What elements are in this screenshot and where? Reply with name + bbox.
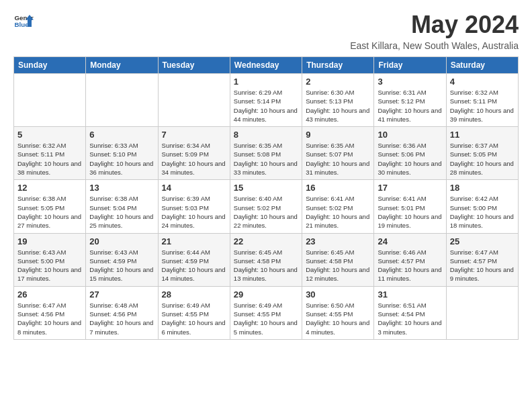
sunrise-text: Sunrise: 6:47 AM: [17, 302, 66, 309]
col-friday: Friday: [374, 57, 446, 74]
day-info: Sunrise: 6:34 AMSunset: 5:09 PMDaylight:…: [162, 141, 226, 177]
table-row: 30Sunrise: 6:50 AMSunset: 4:55 PMDayligh…: [302, 286, 374, 339]
sunrise-text: Sunrise: 6:45 AM: [306, 248, 354, 256]
day-number: 20: [89, 236, 154, 246]
sunset-text: Sunset: 4:54 PM: [378, 310, 425, 318]
table-row: 7Sunrise: 6:34 AMSunset: 5:09 PMDaylight…: [158, 127, 230, 180]
day-number: 12: [17, 183, 82, 193]
sunset-text: Sunset: 5:05 PM: [17, 204, 64, 212]
table-row: 23Sunrise: 6:45 AMSunset: 4:58 PMDayligh…: [302, 233, 374, 286]
daylight-text: Daylight: 10 hours and 7 minutes.: [89, 319, 153, 335]
daylight-text: Daylight: 10 hours and 19 minutes.: [378, 213, 441, 229]
daylight-text: Daylight: 10 hours and 34 minutes.: [162, 160, 226, 176]
sunrise-text: Sunrise: 6:44 AM: [162, 248, 210, 256]
sunset-text: Sunset: 4:56 PM: [17, 310, 64, 318]
day-info: Sunrise: 6:40 AMSunset: 5:02 PMDaylight:…: [234, 194, 298, 230]
sunset-text: Sunset: 5:10 PM: [89, 150, 136, 158]
calendar-week-row: 26Sunrise: 6:47 AMSunset: 4:56 PMDayligh…: [14, 286, 519, 339]
table-row: 1Sunrise: 6:29 AMSunset: 5:14 PMDaylight…: [230, 74, 302, 127]
col-wednesday: Wednesday: [230, 57, 302, 74]
day-number: 27: [89, 289, 154, 300]
sunset-text: Sunset: 5:14 PM: [234, 97, 281, 105]
sunrise-text: Sunrise: 6:49 AM: [162, 302, 210, 309]
sunset-text: Sunset: 5:00 PM: [450, 204, 497, 212]
daylight-text: Daylight: 10 hours and 5 minutes.: [234, 319, 298, 335]
day-number: 5: [17, 130, 82, 140]
day-number: 30: [306, 289, 370, 300]
day-number: 10: [378, 130, 442, 140]
table-row: 31Sunrise: 6:51 AMSunset: 4:54 PMDayligh…: [374, 286, 446, 339]
day-info: Sunrise: 6:30 AMSunset: 5:13 PMDaylight:…: [306, 88, 370, 124]
svg-text:Blue: Blue: [15, 21, 30, 28]
table-row: 18Sunrise: 6:42 AMSunset: 5:00 PMDayligh…: [446, 180, 518, 233]
daylight-text: Daylight: 10 hours and 24 minutes.: [162, 213, 226, 229]
daylight-text: Daylight: 10 hours and 4 minutes.: [306, 319, 369, 335]
day-info: Sunrise: 6:43 AMSunset: 5:00 PMDaylight:…: [17, 248, 82, 283]
day-number: 1: [234, 77, 298, 87]
day-info: Sunrise: 6:38 AMSunset: 5:05 PMDaylight:…: [17, 194, 82, 230]
table-row: 27Sunrise: 6:48 AMSunset: 4:56 PMDayligh…: [86, 286, 158, 339]
daylight-text: Daylight: 10 hours and 13 minutes.: [234, 266, 298, 282]
sunrise-text: Sunrise: 6:31 AM: [378, 89, 426, 96]
table-row: 14Sunrise: 6:39 AMSunset: 5:03 PMDayligh…: [158, 180, 230, 233]
logo: General Blue: [13, 11, 34, 31]
table-row: 2Sunrise: 6:30 AMSunset: 5:13 PMDaylight…: [302, 74, 374, 127]
day-info: Sunrise: 6:45 AMSunset: 4:58 PMDaylight:…: [234, 248, 298, 283]
location-subtitle: East Killara, New South Wales, Australia: [350, 40, 519, 51]
table-row: 4Sunrise: 6:32 AMSunset: 5:11 PMDaylight…: [446, 74, 518, 127]
day-number: 28: [162, 289, 226, 300]
sunrise-text: Sunrise: 6:39 AM: [162, 195, 210, 202]
table-row: 3Sunrise: 6:31 AMSunset: 5:12 PMDaylight…: [374, 74, 446, 127]
day-info: Sunrise: 6:48 AMSunset: 4:56 PMDaylight:…: [89, 301, 154, 336]
day-number: 18: [450, 183, 515, 193]
daylight-text: Daylight: 10 hours and 27 minutes.: [17, 213, 81, 229]
table-row: 8Sunrise: 6:35 AMSunset: 5:08 PMDaylight…: [230, 127, 302, 180]
daylight-text: Daylight: 10 hours and 8 minutes.: [17, 319, 81, 335]
table-row: [86, 74, 158, 127]
sunset-text: Sunset: 5:13 PM: [306, 97, 353, 105]
day-number: 23: [306, 236, 370, 246]
day-number: 21: [162, 236, 226, 246]
sunrise-text: Sunrise: 6:41 AM: [306, 195, 354, 202]
sunset-text: Sunset: 5:06 PM: [378, 150, 425, 158]
table-row: 13Sunrise: 6:38 AMSunset: 5:04 PMDayligh…: [86, 180, 158, 233]
table-row: 12Sunrise: 6:38 AMSunset: 5:05 PMDayligh…: [14, 180, 86, 233]
daylight-text: Daylight: 10 hours and 38 minutes.: [17, 160, 81, 176]
day-info: Sunrise: 6:49 AMSunset: 4:55 PMDaylight:…: [162, 301, 226, 336]
day-info: Sunrise: 6:45 AMSunset: 4:58 PMDaylight:…: [306, 248, 370, 283]
sunset-text: Sunset: 4:56 PM: [89, 310, 136, 318]
title-block: May 2024 East Killara, New South Wales, …: [350, 11, 519, 51]
day-number: 24: [378, 236, 442, 246]
daylight-text: Daylight: 10 hours and 22 minutes.: [234, 213, 298, 229]
table-row: 24Sunrise: 6:46 AMSunset: 4:57 PMDayligh…: [374, 233, 446, 286]
daylight-text: Daylight: 10 hours and 11 minutes.: [378, 266, 441, 282]
col-tuesday: Tuesday: [158, 57, 230, 74]
sunset-text: Sunset: 5:02 PM: [234, 204, 281, 212]
table-row: 28Sunrise: 6:49 AMSunset: 4:55 PMDayligh…: [158, 286, 230, 339]
daylight-text: Daylight: 10 hours and 25 minutes.: [89, 213, 153, 229]
day-info: Sunrise: 6:47 AMSunset: 4:57 PMDaylight:…: [450, 248, 515, 283]
day-number: 13: [89, 183, 154, 193]
daylight-text: Daylight: 10 hours and 28 minutes.: [450, 160, 514, 176]
day-info: Sunrise: 6:31 AMSunset: 5:12 PMDaylight:…: [378, 88, 442, 124]
table-row: 19Sunrise: 6:43 AMSunset: 5:00 PMDayligh…: [14, 233, 86, 286]
sunrise-text: Sunrise: 6:43 AM: [17, 248, 66, 256]
table-row: 5Sunrise: 6:32 AMSunset: 5:11 PMDaylight…: [14, 127, 86, 180]
day-number: 19: [17, 236, 82, 246]
day-info: Sunrise: 6:32 AMSunset: 5:11 PMDaylight:…: [450, 88, 515, 124]
table-row: 22Sunrise: 6:45 AMSunset: 4:58 PMDayligh…: [230, 233, 302, 286]
day-info: Sunrise: 6:35 AMSunset: 5:07 PMDaylight:…: [306, 141, 370, 177]
day-number: 14: [162, 183, 226, 193]
day-info: Sunrise: 6:29 AMSunset: 5:14 PMDaylight:…: [234, 88, 298, 124]
day-number: 25: [450, 236, 515, 246]
col-sunday: Sunday: [14, 57, 86, 74]
day-number: 2: [306, 77, 370, 87]
daylight-text: Daylight: 10 hours and 36 minutes.: [89, 160, 153, 176]
table-row: 9Sunrise: 6:35 AMSunset: 5:07 PMDaylight…: [302, 127, 374, 180]
calendar-week-row: 5Sunrise: 6:32 AMSunset: 5:11 PMDaylight…: [14, 127, 519, 180]
sunset-text: Sunset: 5:11 PM: [17, 150, 64, 158]
day-number: 3: [378, 77, 442, 87]
daylight-text: Daylight: 10 hours and 9 minutes.: [450, 266, 514, 282]
sunset-text: Sunset: 4:58 PM: [234, 257, 281, 265]
day-info: Sunrise: 6:36 AMSunset: 5:06 PMDaylight:…: [378, 141, 442, 177]
